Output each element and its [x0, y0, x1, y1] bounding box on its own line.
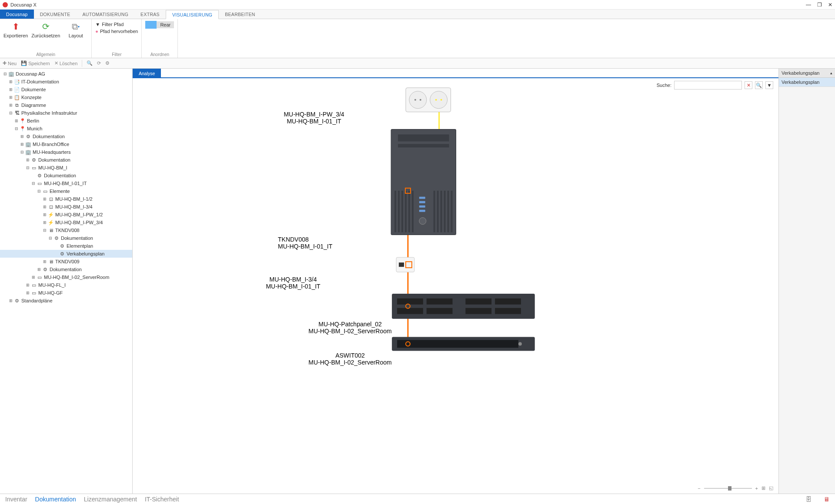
nav-dokumentation[interactable]: Dokumentation — [35, 496, 76, 503]
reset-button[interactable]: ⟳ Zurücksetzen — [31, 21, 60, 38]
nav-inventar[interactable]: Inventar — [5, 496, 27, 503]
tree-node[interactable]: ⊞🖥TKNDV009 — [0, 258, 132, 265]
menutab-bearbeiten[interactable]: BEARBEITEN — [219, 10, 261, 19]
tree-node[interactable]: ⊟🏢Docusnap AG — [0, 70, 132, 78]
tree-toggle-icon[interactable]: ⊟ — [42, 228, 47, 232]
menutab-automatisierung[interactable]: AUTOMATISIERUNG — [76, 10, 134, 19]
zoom-fit-button[interactable]: ⊞ — [762, 485, 765, 491]
tree-toggle-icon[interactable]: ⊞ — [20, 134, 25, 139]
tree-node[interactable]: ⊟🖥TKNDV008 — [0, 226, 132, 234]
tree-toggle-icon[interactable]: ⊞ — [42, 220, 47, 225]
menutab-dokumente[interactable]: DOKUMENTE — [34, 10, 77, 19]
tree-node[interactable]: ⊞⚙Dokumentation — [0, 156, 132, 164]
search-small-button[interactable]: 🔍 — [87, 60, 93, 66]
tree-node[interactable]: ⊟🏢MU-Headquarters — [0, 148, 132, 156]
zoom-out-button[interactable]: − — [698, 486, 700, 491]
search-go-button[interactable]: 🔍 — [755, 81, 763, 89]
tree-node[interactable]: ⚙Elementplan — [0, 242, 132, 250]
nav-lizenzmanagement[interactable]: Lizenzmanagement — [84, 496, 137, 503]
tree-node[interactable]: ⊞⚙Dokumentation — [0, 133, 132, 140]
canvas-tab-analyse[interactable]: Analyse — [133, 69, 161, 78]
tree-item-label: IT-Dokumentation — [20, 79, 59, 84]
menutab-docusnap[interactable]: Docusnap — [0, 10, 34, 19]
tree-node[interactable]: ⊞🏢MU-BranchOffice — [0, 140, 132, 148]
tree-node[interactable]: ⊟🏗Physikalische Infrastruktur — [0, 109, 132, 117]
search-input[interactable] — [674, 81, 742, 90]
save-button[interactable]: 💾Speichern — [21, 60, 50, 66]
right-panel-item[interactable]: Verkabelungsplan — [779, 78, 835, 87]
tree-node[interactable]: ⊞⧉Diagramme — [0, 101, 132, 109]
tree-node[interactable]: ⊟▭MU-HQ-BM_I-01_IT — [0, 179, 132, 187]
tree-toggle-icon[interactable]: ⊟ — [14, 126, 19, 131]
tree-toggle-icon[interactable]: ⊞ — [25, 283, 30, 287]
tree-toggle-icon[interactable]: ⊞ — [8, 87, 13, 92]
zoom-slider[interactable] — [704, 488, 752, 489]
tree-node[interactable]: ⊟⚙Dokumentation — [0, 234, 132, 242]
tree-node[interactable]: ⊞⊡MU-HQ-BM_I-3/4 — [0, 203, 132, 211]
diagram-canvas[interactable]: Suche: ✕ 🔍 ▼ — [133, 78, 778, 494]
tree-toggle-icon[interactable]: ⊟ — [8, 111, 13, 115]
highlight-icon: ● — [95, 29, 98, 34]
collapse-icon[interactable]: ▴ — [830, 71, 832, 75]
tree-node[interactable]: ⊞⚙Standardpläne — [0, 297, 132, 305]
tree-node[interactable]: ⊞📑IT-Dokumentation — [0, 78, 132, 86]
search-clear-button[interactable]: ✕ — [745, 81, 752, 89]
tree-node[interactable]: ⊞▭MU-HQ-BM_I-02_ServerRoom — [0, 273, 132, 281]
tree-node[interactable]: ⊞📍Berlin — [0, 117, 132, 125]
minimize-button[interactable]: — — [806, 2, 811, 8]
tree-toggle-icon[interactable]: ⊞ — [20, 142, 25, 146]
export-button[interactable]: ⬆ Exportieren — [3, 21, 28, 38]
tree-toggle-icon[interactable]: ⊞ — [8, 298, 13, 303]
refresh-small-button[interactable]: ⟳ — [97, 60, 101, 66]
tree-toggle-icon[interactable]: ⊟ — [25, 166, 30, 170]
tree-toggle-icon[interactable]: ⊟ — [20, 150, 25, 154]
tree-node[interactable]: ⚙Dokumentation — [0, 172, 132, 179]
tree-node[interactable]: ⊟▭Elemente — [0, 187, 132, 195]
tree-node[interactable]: ⚙Verkabelungsplan — [0, 250, 132, 258]
tree-node[interactable]: ⊞▭MU-HQ-GF — [0, 289, 132, 297]
tree-toggle-icon[interactable]: ⊞ — [37, 267, 42, 272]
tree-toggle-icon[interactable]: ⊞ — [31, 275, 36, 279]
tree-node[interactable]: ⊞⚡MU-HQ-BM_I-PW_1/2 — [0, 211, 132, 219]
tree-toggle-icon[interactable]: ⊞ — [42, 205, 47, 209]
tree-node[interactable]: ⊟📍Munich — [0, 125, 132, 133]
close-button[interactable]: ✕ — [828, 2, 832, 8]
tree-node[interactable]: ⊞⚡MU-HQ-BM_I-PW_3/4 — [0, 219, 132, 226]
tree-node[interactable]: ⊟▭MU-HQ-BM_I — [0, 164, 132, 172]
search-filter-button[interactable]: ▼ — [765, 81, 773, 89]
tree-node[interactable]: ⊞📋Konzepte — [0, 93, 132, 101]
tree-toggle-icon[interactable]: ⊟ — [37, 189, 42, 193]
tree-toggle-icon[interactable]: ⊞ — [42, 197, 47, 201]
tree-toggle-icon[interactable]: ⊞ — [8, 80, 13, 84]
svg-rect-37 — [427, 298, 453, 305]
tree-toggle-icon[interactable]: ⊞ — [25, 291, 30, 295]
tree-node[interactable]: ⊞⊡MU-HQ-BM_I-1/2 — [0, 195, 132, 203]
nav-itsicherheit[interactable]: IT-Sicherheit — [145, 496, 179, 503]
settings-small-button[interactable]: ⚙ — [105, 60, 110, 66]
tree-toggle-icon[interactable]: ⊞ — [8, 95, 13, 99]
tree-panel[interactable]: ⊟🏢Docusnap AG⊞📑IT-Dokumentation⊞📄Dokumen… — [0, 69, 133, 494]
tree-toggle-icon[interactable]: ⊟ — [31, 181, 36, 186]
tree-toggle-icon[interactable]: ⊞ — [14, 119, 19, 123]
tree-node[interactable]: ⊞📄Dokumente — [0, 86, 132, 93]
tree-toggle-icon[interactable]: ⊞ — [42, 259, 47, 264]
tree-toggle-icon[interactable]: ⊟ — [3, 72, 8, 76]
new-button[interactable]: ✚Neu — [3, 60, 17, 66]
filter-path-button[interactable]: ▼ Filter Pfad — [95, 22, 138, 27]
tree-toggle-icon[interactable]: ⊞ — [25, 158, 30, 162]
tree-toggle-icon[interactable]: ⊞ — [8, 103, 13, 107]
highlight-path-button[interactable]: ● Pfad hervorheben — [95, 29, 138, 34]
menu-tabs: Docusnap DOKUMENTE AUTOMATISIERUNG EXTRA… — [0, 10, 835, 19]
delete-button[interactable]: ✕Löschen — [54, 60, 78, 66]
tree-node[interactable]: ⊞⚙Dokumentation — [0, 265, 132, 273]
menutab-visualisierung[interactable]: VISUALISIERUNG — [166, 10, 219, 19]
tree-toggle-icon[interactable]: ⊟ — [48, 236, 53, 240]
zoom-actual-button[interactable]: ◱ — [769, 485, 773, 491]
layout-button[interactable]: ⧉▾ Layout — [63, 21, 88, 38]
maximize-button[interactable]: ❐ — [817, 2, 822, 8]
zoom-in-button[interactable]: + — [755, 486, 758, 491]
rear-toggle[interactable]: Rear — [145, 21, 174, 29]
tree-toggle-icon[interactable]: ⊞ — [42, 212, 47, 217]
tree-node[interactable]: ⊞▭MU-HQ-FL_I — [0, 281, 132, 289]
menutab-extras[interactable]: EXTRAS — [134, 10, 166, 19]
